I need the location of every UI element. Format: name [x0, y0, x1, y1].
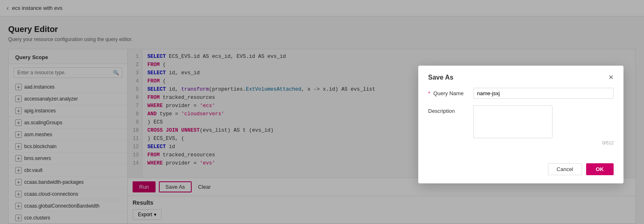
ok-button[interactable]: OK — [586, 163, 614, 175]
modal-close-button[interactable]: ✕ — [608, 74, 614, 81]
char-count: 0/512 — [473, 140, 614, 145]
cancel-button[interactable]: Cancel — [548, 163, 582, 175]
description-label: Description — [428, 105, 473, 114]
modal-body: * Query Name Description 0/512 — [418, 88, 623, 158]
modal-footer: Cancel OK — [418, 158, 623, 183]
description-input[interactable] — [473, 105, 552, 138]
textarea-wrapper: 0/512 — [473, 105, 614, 145]
save-as-modal: Save As ✕ * Query Name Description 0/512… — [418, 66, 623, 183]
query-name-input[interactable] — [473, 88, 614, 99]
description-row: Description 0/512 — [428, 105, 614, 145]
modal-title: Save As — [428, 74, 454, 81]
modal-header: Save As ✕ — [418, 66, 623, 88]
modal-overlay[interactable]: Save As ✕ * Query Name Description 0/512… — [0, 0, 644, 224]
query-name-row: * Query Name — [428, 88, 614, 99]
required-star: * — [428, 90, 430, 96]
query-name-label: * Query Name — [428, 88, 473, 96]
